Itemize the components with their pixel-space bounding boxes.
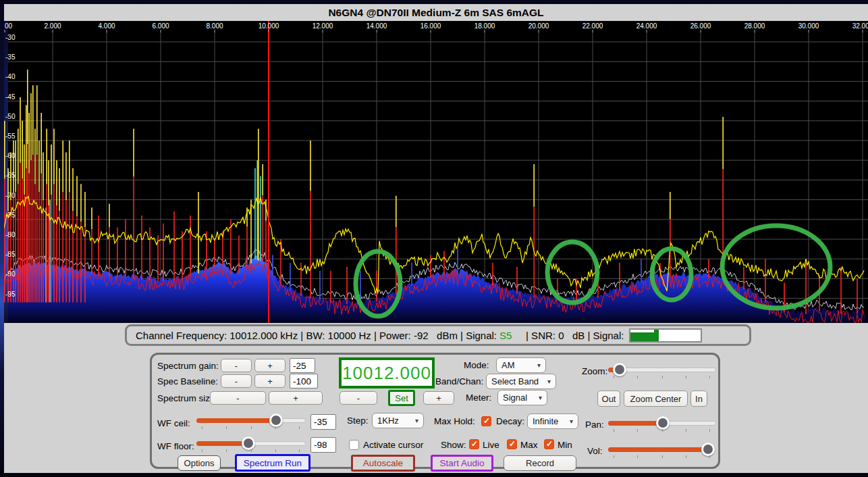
zoom-in-button[interactable]: In: [690, 391, 707, 407]
svg-text:2.000: 2.000: [44, 22, 61, 30]
show-max-label: Max: [520, 440, 538, 450]
meter-label: Meter:: [466, 393, 491, 403]
spectrum-gain-input[interactable]: [290, 358, 315, 373]
control-panel: Spectrum gain: - + Spec Baseline: - + Sp…: [150, 353, 720, 469]
zoom-center-button[interactable]: Zoom Center: [624, 391, 688, 407]
decay-label: Decay:: [496, 416, 524, 426]
mode-label: Mode:: [464, 360, 489, 370]
app-window: N6GN4 @DN70II Medium-Z 6m SAS 6mAGL 002.…: [0, 0, 868, 477]
vol-slider-thumb[interactable]: [701, 443, 715, 456]
spectrum-gain-plus-button[interactable]: +: [254, 359, 286, 372]
zoom-slider-thumb[interactable]: [613, 363, 626, 376]
svg-text:8.000: 8.000: [206, 22, 223, 30]
show-live-label: Live: [483, 440, 499, 450]
svg-text:-90: -90: [5, 270, 16, 278]
signal-meter-peak: [654, 330, 659, 341]
svg-text:10.000: 10.000: [259, 22, 279, 30]
spectrum-run-button[interactable]: Spectrum Run: [235, 454, 310, 472]
wf-ceil-slider[interactable]: [196, 413, 306, 429]
spectrum-size-minus-button[interactable]: -: [210, 391, 266, 405]
svg-text:28.000: 28.000: [744, 22, 765, 30]
show-live-checkbox[interactable]: [469, 439, 479, 449]
options-button[interactable]: Options: [178, 455, 221, 471]
svg-text:-40: -40: [5, 73, 16, 80]
svg-text:-60: -60: [5, 152, 16, 159]
signal-strength-value: S5: [497, 330, 514, 341]
svg-text:-85: -85: [5, 251, 16, 258]
band-chan-value: Select Band: [491, 376, 539, 386]
step-label: Step:: [347, 416, 369, 426]
zoom-label: Zoom:: [582, 366, 607, 376]
decay-select[interactable]: Infinite▾: [527, 413, 578, 429]
mode-select[interactable]: AM▾: [496, 357, 546, 373]
frequency-display[interactable]: 10012.000: [339, 357, 435, 388]
step-select[interactable]: 1KHz▾: [372, 413, 424, 428]
meter-value: Signal: [503, 393, 527, 403]
spec-baseline-minus-button[interactable]: -: [221, 374, 252, 388]
band-chan-label: Band/Chan:: [435, 376, 483, 386]
spectrum-plot[interactable]: 002.0004.0006.0008.00010.00012.00014.000…: [4, 21, 868, 323]
svg-text:32.000: 32.000: [852, 22, 868, 30]
svg-text:-75: -75: [5, 211, 16, 219]
wf-ceil-slider-thumb[interactable]: [269, 413, 283, 427]
wf-floor-slider-thumb[interactable]: [242, 436, 255, 450]
pan-slider[interactable]: [608, 416, 716, 432]
record-button[interactable]: Record: [504, 455, 576, 471]
svg-text:30.000: 30.000: [798, 22, 819, 30]
mode-value: AM: [501, 360, 515, 370]
max-hold-label: Max Hold:: [434, 416, 475, 426]
signal-meter-fill: [630, 332, 653, 341]
svg-text:-50: -50: [5, 113, 16, 120]
freq-set-button[interactable]: Set: [388, 390, 415, 406]
svg-text:-80: -80: [5, 231, 16, 238]
svg-text:-45: -45: [5, 93, 16, 101]
chevron-down-icon: ▾: [547, 378, 551, 385]
title-bar: N6GN4 @DN70II Medium-Z 6m SAS 6mAGL: [4, 4, 868, 21]
svg-text:22.000: 22.000: [582, 22, 603, 30]
svg-text:16.000: 16.000: [421, 22, 441, 30]
max-hold-checkbox[interactable]: [481, 416, 491, 426]
svg-text:-95: -95: [5, 291, 16, 298]
pan-slider-thumb[interactable]: [656, 416, 670, 430]
vol-slider[interactable]: [608, 442, 716, 458]
freq-plus-button[interactable]: +: [423, 391, 454, 405]
svg-text:18.000: 18.000: [474, 22, 495, 30]
svg-text:24.000: 24.000: [636, 22, 657, 30]
freq-minus-button[interactable]: -: [340, 391, 377, 405]
spectrum-gain-label: Spectrum gain:: [157, 361, 219, 371]
show-max-checkbox[interactable]: [507, 439, 517, 449]
zoom-slider[interactable]: [608, 362, 716, 378]
status-text-right: | SNR: 0 dB | Signal:: [514, 330, 624, 341]
svg-text:-70: -70: [5, 192, 16, 199]
zoom-out-button[interactable]: Out: [597, 391, 620, 407]
wf-ceil-input[interactable]: [310, 414, 336, 430]
show-min-checkbox[interactable]: [544, 439, 554, 449]
step-value: 1KHz: [377, 416, 399, 426]
decay-value: Infinite: [533, 416, 558, 426]
chevron-down-icon: ▾: [570, 418, 573, 425]
status-bar: Channel Frequency: 10012.000 kHz | BW: 1…: [125, 324, 751, 346]
svg-text:-65: -65: [5, 172, 16, 179]
spectrum-gain-minus-button[interactable]: -: [221, 359, 252, 372]
autoscale-button[interactable]: Autoscale: [351, 455, 415, 472]
svg-text:14.000: 14.000: [367, 22, 387, 30]
spec-baseline-input[interactable]: [290, 374, 318, 388]
svg-text:00: 00: [5, 22, 13, 30]
chevron-down-icon: ▾: [537, 361, 541, 369]
spectrum-size-plus-button[interactable]: +: [269, 391, 323, 405]
svg-text:-30: -30: [5, 34, 16, 41]
band-chan-select[interactable]: Select Band▾: [486, 374, 556, 389]
wf-floor-input[interactable]: [310, 437, 336, 453]
spectrum-display[interactable]: 002.0004.0006.0008.00010.00012.00014.000…: [4, 21, 868, 323]
spec-baseline-plus-button[interactable]: +: [254, 374, 286, 388]
activate-cursor-checkbox[interactable]: [349, 440, 359, 450]
wf-floor-slider[interactable]: [196, 436, 306, 452]
activate-cursor-label: Activate cursor: [363, 440, 423, 450]
wf-floor-label: WF floor:: [157, 441, 194, 451]
page-title: N6GN4 @DN70II Medium-Z 6m SAS 6mAGL: [328, 7, 543, 19]
svg-text:12.000: 12.000: [313, 22, 333, 30]
start-audio-button[interactable]: Start Audio: [431, 455, 493, 472]
chevron-down-icon: ▾: [539, 394, 542, 401]
meter-select[interactable]: Signal▾: [497, 390, 547, 405]
svg-text:-55: -55: [5, 132, 16, 140]
